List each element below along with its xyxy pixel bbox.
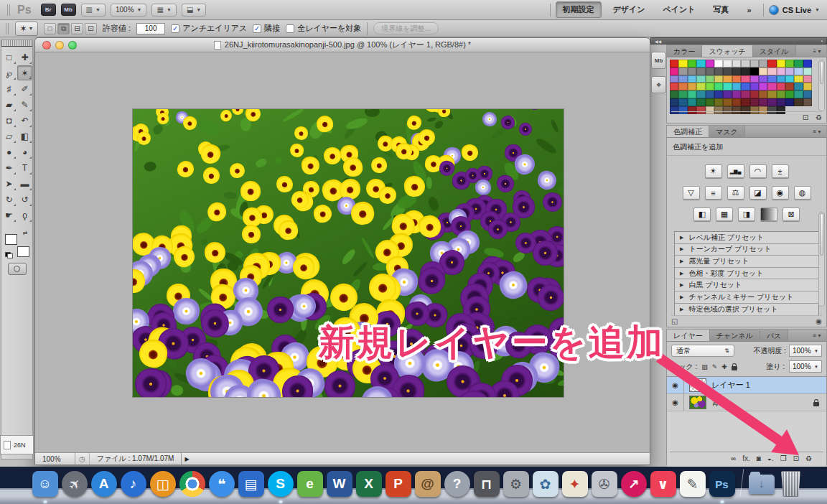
preset-group[interactable]: ▶チャンネルミキサー プリセット xyxy=(675,291,818,304)
panel-drag-bar[interactable] xyxy=(1,40,32,47)
swatch[interactable] xyxy=(785,67,794,75)
swatch[interactable] xyxy=(723,98,732,106)
swatch[interactable] xyxy=(714,75,723,83)
swatch[interactable] xyxy=(696,98,705,106)
rectangular-marquee-tool[interactable]: □ xyxy=(1,50,17,65)
swatch[interactable] xyxy=(670,67,678,75)
swatch[interactable] xyxy=(750,90,759,98)
workspace-paint-button[interactable]: ペイント xyxy=(657,2,702,17)
fill-input[interactable]: 100% ▼ xyxy=(789,360,822,373)
selection-new-button[interactable]: □ xyxy=(44,23,56,34)
panel-menu-icon[interactable]: ≡▼ xyxy=(808,126,826,137)
antialias-checkbox[interactable]: ✓ xyxy=(171,24,179,33)
swatch[interactable] xyxy=(777,98,785,106)
dodge-tool[interactable]: ◕ xyxy=(17,144,32,159)
move-tool[interactable]: ✚ xyxy=(17,50,32,65)
zoom-level-button[interactable]: 100%▼ xyxy=(111,4,147,17)
swatch[interactable] xyxy=(767,75,776,83)
swatch[interactable] xyxy=(767,67,776,75)
color-wells[interactable]: ⇄ xyxy=(5,230,29,257)
swatch[interactable] xyxy=(741,67,749,75)
swatch[interactable] xyxy=(777,60,785,67)
swatch[interactable] xyxy=(670,98,678,106)
contiguous-checkbox[interactable]: ✓ xyxy=(253,24,261,33)
swatch[interactable] xyxy=(732,75,741,83)
swatch[interactable] xyxy=(723,83,732,90)
swatch[interactable] xyxy=(759,75,767,83)
status-zoom-field[interactable]: 100% xyxy=(35,453,75,465)
swatch[interactable] xyxy=(688,67,696,75)
swatch[interactable] xyxy=(678,90,687,98)
arrange-documents-button[interactable]: ▦▼ xyxy=(151,4,176,17)
lock-all-icon[interactable] xyxy=(732,366,737,370)
selection-subtract-button[interactable]: ⊟ xyxy=(71,23,83,34)
switch-panel-view-icon[interactable]: ◱ xyxy=(671,317,678,325)
background-color-swatch[interactable] xyxy=(17,246,29,257)
swatch[interactable] xyxy=(732,83,741,90)
vibrance-adjustment-icon[interactable]: ▽ xyxy=(683,186,700,200)
invert-adjustment-icon[interactable]: ◧ xyxy=(693,207,711,221)
tab-レイヤー[interactable]: レイヤー xyxy=(667,330,710,341)
swatch[interactable] xyxy=(759,83,767,90)
preset-group[interactable]: ▶白黒 プリセット xyxy=(675,279,818,291)
blur-tool[interactable]: ● xyxy=(1,144,17,159)
foreground-color-swatch[interactable] xyxy=(5,234,17,245)
preset-group[interactable]: ▶特定色域の選択 プリセット xyxy=(675,304,818,316)
cs-live-button[interactable]: CS Live ▼ xyxy=(769,5,820,15)
swatch[interactable] xyxy=(741,60,749,67)
excel[interactable]: X xyxy=(354,469,383,499)
refine-edge-button[interactable]: 境界線を調整... xyxy=(373,22,439,34)
app-store[interactable]: A xyxy=(89,469,118,499)
swatch[interactable] xyxy=(670,83,678,90)
swatch[interactable] xyxy=(777,90,785,98)
swatch[interactable] xyxy=(706,60,714,67)
finder[interactable]: ☺ xyxy=(30,469,60,499)
lasso-tool[interactable]: ℘ xyxy=(1,65,17,80)
swatch[interactable] xyxy=(803,67,812,75)
view-extras-button[interactable]: ▥▼ xyxy=(81,4,106,17)
lock-pixels-icon[interactable]: ✎ xyxy=(712,363,718,370)
layer-row[interactable]: ◉背景 xyxy=(667,394,826,411)
blend-mode-select[interactable]: 通常 ⇅ xyxy=(671,345,734,357)
swatch[interactable] xyxy=(777,75,785,83)
current-tool-button[interactable]: ✶▼ xyxy=(15,22,38,36)
swatch[interactable] xyxy=(750,98,759,106)
swatch[interactable] xyxy=(678,75,687,83)
delete-swatch-icon[interactable]: ♻ xyxy=(816,113,822,121)
adjustment-layer-icon[interactable]: ◒. xyxy=(767,454,774,462)
swatch[interactable] xyxy=(688,75,696,83)
swatch[interactable] xyxy=(714,83,723,90)
tolerance-input[interactable]: 100 xyxy=(136,23,165,34)
sample-all-layers-checkbox[interactable] xyxy=(286,24,294,33)
swatch[interactable] xyxy=(777,83,785,90)
swatch[interactable] xyxy=(750,60,759,67)
swatch[interactable] xyxy=(803,98,812,106)
panel-menu-icon[interactable]: ≡▼ xyxy=(808,45,826,57)
swatch[interactable] xyxy=(723,75,732,83)
layer-row[interactable]: ◉レイヤー 1 xyxy=(667,377,826,394)
link-layers-icon[interactable]: ∞ xyxy=(731,454,736,462)
mini-bridge-launch-button[interactable]: Mb xyxy=(61,4,76,16)
swatch[interactable] xyxy=(785,98,794,106)
contacts[interactable]: @ xyxy=(413,469,442,499)
gradient-map-adjustment-icon[interactable]: ▩ xyxy=(760,207,777,221)
swatch[interactable] xyxy=(678,67,687,75)
swatch[interactable] xyxy=(732,60,741,67)
help[interactable]: ? xyxy=(442,469,472,499)
swatch[interactable] xyxy=(706,83,714,90)
layer-thumbnail[interactable] xyxy=(689,378,706,392)
utility-app[interactable]: ⊓ xyxy=(472,469,501,499)
swatch[interactable] xyxy=(688,60,696,67)
eraser-tool[interactable]: ▱ xyxy=(1,129,17,144)
tab-色調補正[interactable]: 色調補正 xyxy=(667,126,709,137)
preset-group[interactable]: ▶色相・彩度 プリセット xyxy=(675,268,818,280)
screen-mode-button[interactable]: ⬓▼ xyxy=(182,4,206,17)
adjustments-scrollbar[interactable] xyxy=(818,212,825,307)
chrome[interactable] xyxy=(177,469,207,499)
swatch[interactable] xyxy=(670,90,678,98)
brightness-contrast-adjustment-icon[interactable]: ☀ xyxy=(705,164,722,178)
layer-visibility-eye-icon[interactable]: ◉ xyxy=(667,394,684,411)
3d-orbit-tool[interactable]: ↺ xyxy=(17,192,32,207)
tab-チャンネル[interactable]: チャンネル xyxy=(710,330,760,341)
tab-スウォッチ[interactable]: スウォッチ xyxy=(702,45,752,57)
